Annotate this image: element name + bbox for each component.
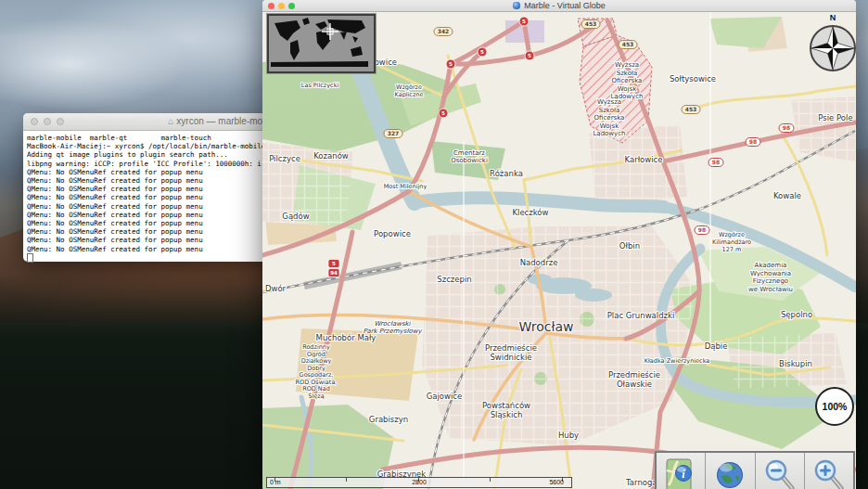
scale-label-zero: 0 m: [270, 479, 281, 485]
zoom-out-button[interactable]: [756, 453, 805, 489]
svg-text:98: 98: [783, 124, 790, 131]
map-label-plac-grunwaldzki: Plac Grunwaldzki: [607, 311, 675, 320]
overview-world-map[interactable]: [267, 14, 376, 73]
svg-text:5: 5: [528, 53, 531, 58]
map-label-huby: Huby: [558, 431, 579, 440]
compass-north-label: N: [809, 13, 856, 22]
zoom-out-icon: [763, 457, 797, 489]
zoom-in-button[interactable]: [805, 453, 853, 489]
map-canvas[interactable]: 5555534232745345345398989898594 Las Pilc…: [262, 11, 856, 489]
road-shield-98: 98: [746, 138, 760, 147]
map-label-wzgórze: WzgórzeKapliczne: [395, 84, 424, 98]
svg-text:5: 5: [449, 61, 453, 67]
map-label-las-pilczycki: Las Pilczycki: [301, 82, 339, 89]
zoom-in-icon: [812, 457, 846, 489]
map-label-nadodrze: Nadodrze: [520, 258, 558, 267]
road-shield-5: 5: [446, 59, 455, 69]
marble-close-button[interactable]: [268, 3, 274, 9]
map-label-gajowice: Gajowice: [427, 392, 463, 401]
screen: ⌂xyrcon — marble-mobile marble-mobile ma…: [0, 0, 868, 489]
map-label-szczepin: Szczepin: [437, 275, 471, 284]
earth-globe-icon: [714, 457, 746, 489]
marble-window[interactable]: Marble - Virtual Globe: [262, 0, 856, 489]
svg-text:5: 5: [522, 19, 526, 24]
road-shield-5: 5: [439, 109, 448, 118]
road-shield-98: 98: [708, 159, 723, 167]
map-label-grabiszyn: Grabiszyn: [369, 415, 408, 424]
svg-text:5: 5: [441, 110, 445, 116]
road-shield-5: 5: [525, 51, 534, 60]
road-shield-453: 453: [581, 20, 600, 29]
info-map-icon: i: [665, 457, 696, 489]
map-label-ołbin: Ołbin: [619, 241, 640, 251]
road-shield-5: 5: [328, 260, 339, 268]
map-label-most-milenijny: Most Milenijny: [384, 183, 428, 190]
svg-text:453: 453: [585, 20, 597, 27]
road-shield-342: 342: [434, 28, 453, 36]
svg-text:98: 98: [749, 138, 757, 145]
map-label-akademia: AkademiaWychowaniaFizycznegowe Wrocławiu: [748, 262, 793, 293]
map-label-kowale: Kowale: [773, 191, 801, 200]
map-label-karłowice: Karłowice: [625, 155, 663, 164]
map-label-sołtysowice: Sołtysowice: [670, 74, 716, 84]
map-scale-bar: 0 m 2800 5600: [266, 477, 572, 488]
map-label-przedmieście: PrzedmieścieŚwidnickie: [485, 343, 537, 362]
map-label-dąbie: Dąbie: [705, 341, 728, 351]
svg-text:453: 453: [622, 41, 634, 47]
svg-text:98: 98: [712, 159, 720, 165]
terminal-cursor: [27, 253, 33, 263]
road-shield-5: 5: [519, 17, 529, 26]
road-shield-327: 327: [384, 130, 402, 138]
map-label-wrocław: Wrocław: [519, 319, 574, 334]
map-label-cmentarz: CmentarzOsobowicki: [451, 149, 488, 164]
svg-text:98: 98: [698, 226, 706, 233]
svg-text:5: 5: [480, 49, 484, 55]
world-map-icon: [269, 16, 370, 68]
scale-label-mid: 2800: [412, 479, 427, 485]
globe-icon: [513, 2, 520, 9]
svg-text:342: 342: [438, 28, 450, 34]
compass-rose[interactable]: N: [809, 13, 856, 74]
map-label-gądów: Gądów: [282, 212, 309, 221]
svg-text:453: 453: [685, 106, 697, 112]
svg-text:94: 94: [330, 270, 338, 276]
map-label-dwór: Dwór: [265, 284, 287, 293]
map-label-biskupin: Biskupin: [779, 359, 812, 368]
marble-window-title: Marble - Virtual Globe: [262, 0, 856, 11]
navigation-globe-button[interactable]: [706, 453, 755, 489]
map-toolbar: i: [655, 451, 855, 489]
map-label-wyższa: WyższaSzkołaOficerskaWojskLądowych: [610, 61, 643, 100]
map-label-kładka-zwierzyniecka: Kładka Zwierzyniecka: [645, 357, 710, 365]
marble-minimize-button[interactable]: [278, 3, 285, 9]
svg-text:5: 5: [332, 261, 336, 266]
road-shield-98: 98: [695, 226, 709, 235]
zoom-level-badge: 100%: [815, 387, 854, 426]
road-shield-453: 453: [619, 41, 637, 49]
svg-text:327: 327: [388, 130, 400, 136]
road-shield-5: 5: [478, 47, 487, 57]
about-button[interactable]: i: [657, 453, 706, 489]
scale-label-max: 5600: [549, 479, 564, 485]
map-label-wyższa: WyższaSzkołaOficerskaWojskLądowych: [593, 98, 625, 137]
map-label-kozanów: Kozanów: [313, 151, 349, 161]
home-icon: ⌂: [168, 116, 173, 126]
marble-zoom-button[interactable]: [288, 3, 295, 9]
map-label-kleczków: Kleczków: [512, 208, 548, 217]
road-shield-453: 453: [682, 106, 700, 114]
map-label-popowice: Popowice: [374, 229, 411, 238]
road-shield-94: 94: [328, 269, 339, 277]
road-shield-98: 98: [779, 124, 794, 133]
map-label-psie-pole: Psie Pole: [818, 113, 852, 122]
map-label-sępolno: Sępolno: [781, 310, 812, 319]
map-label-różanka: Różanka: [490, 169, 523, 178]
map-label-pilczyce: Pilczyce: [269, 154, 300, 163]
